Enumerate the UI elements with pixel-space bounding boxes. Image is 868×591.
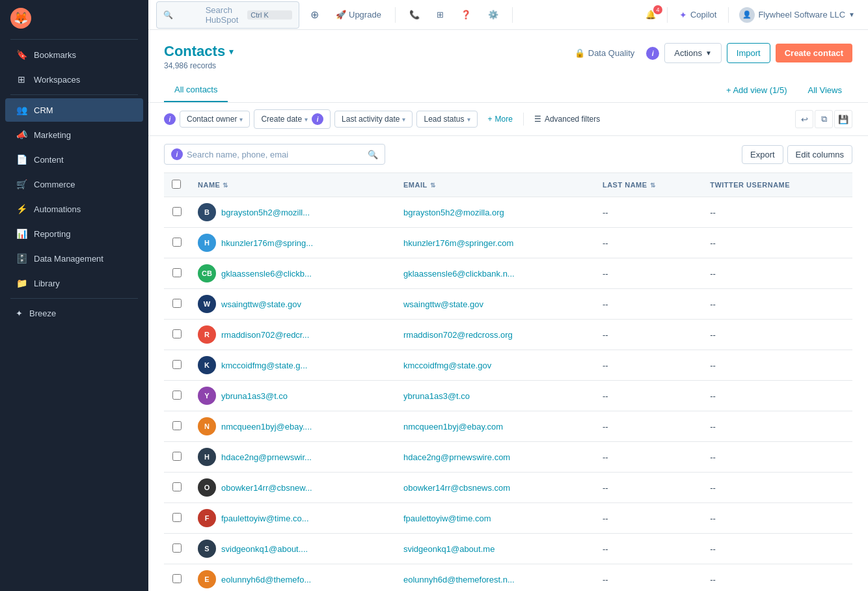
- contact-email-link[interactable]: svidgeonkq1@about.me: [403, 544, 495, 554]
- settings-button[interactable]: ⚙️: [482, 6, 504, 23]
- data-quality-button[interactable]: 🔒 Data Quality: [568, 44, 642, 62]
- contact-name-link[interactable]: eolunnyh6d@themefo...: [221, 575, 311, 584]
- add-button[interactable]: ⊕: [305, 5, 325, 25]
- twitter-column-header[interactable]: TWITTER USERNAME: [702, 173, 852, 197]
- contact-email-link[interactable]: hkunzler176m@springer.com: [403, 238, 513, 248]
- sidebar-item-library[interactable]: 📁 Library: [5, 271, 143, 295]
- all-views-button[interactable]: All Views: [797, 79, 852, 102]
- sidebar-item-workspaces[interactable]: ⊞ Workspaces: [5, 68, 143, 91]
- lead-status-filter[interactable]: Lead status ▾: [416, 111, 477, 128]
- contact-name-link[interactable]: obowker14rr@cbsnew...: [221, 483, 312, 493]
- user-menu-button[interactable]: 👤 Flywheel Software LLC ▼: [734, 4, 860, 26]
- actions-button[interactable]: Actions ▼: [664, 43, 722, 63]
- contact-owner-filter[interactable]: Contact owner ▾: [180, 111, 250, 128]
- contact-email-cell: hdace2ng@prnewswire.com: [396, 442, 595, 473]
- topnav-divider-4: [728, 7, 729, 23]
- contact-name-link[interactable]: bgrayston5h2@mozill...: [221, 208, 310, 217]
- contact-email-link[interactable]: bgrayston5h2@mozilla.org: [403, 208, 504, 217]
- contact-name-link[interactable]: kmccoidfmg@state.g...: [221, 361, 307, 370]
- export-button[interactable]: Export: [742, 145, 783, 164]
- table-row: Yybruna1as3@t.coybruna1as3@t.co----: [164, 381, 852, 411]
- undo-button[interactable]: ↩: [795, 110, 813, 128]
- row-checkbox[interactable]: [172, 360, 182, 369]
- search-contacts-field[interactable]: i 🔍: [164, 144, 385, 165]
- name-column-header[interactable]: NAME ⇅: [190, 173, 396, 197]
- email-column-header[interactable]: EMAIL ⇅: [396, 173, 595, 197]
- row-checkbox[interactable]: [172, 574, 182, 583]
- contact-name-cell: Wwsaingttw@state.gov: [190, 289, 396, 320]
- row-checkbox[interactable]: [172, 238, 182, 247]
- create-date-filter[interactable]: Create date ▾ i: [254, 109, 331, 129]
- sidebar-item-crm[interactable]: 👥 CRM: [5, 98, 143, 122]
- contact-email-link[interactable]: obowker14rr@cbsnews.com: [403, 483, 510, 493]
- notifications-button[interactable]: 🔔 4: [640, 6, 662, 23]
- add-view-button[interactable]: + Add view (1/5): [716, 79, 798, 102]
- row-checkbox[interactable]: [172, 543, 182, 553]
- phone-button[interactable]: 📞: [403, 6, 426, 23]
- contact-email-link[interactable]: wsaingttw@state.gov: [403, 299, 483, 309]
- copy-button[interactable]: ⧉: [815, 110, 833, 128]
- row-checkbox[interactable]: [172, 207, 182, 216]
- search-bar[interactable]: 🔍 Search HubSpot Ctrl K: [156, 1, 299, 29]
- sidebar-item-reporting[interactable]: 📊 Reporting: [5, 222, 143, 245]
- tab-all-contacts-label: All contacts: [174, 85, 217, 94]
- contact-email-link[interactable]: hdace2ng@prnewswire.com: [403, 452, 510, 462]
- sidebar-item-commerce[interactable]: 🛒 Commerce: [5, 172, 143, 196]
- upgrade-button[interactable]: 🚀 Upgrade: [330, 6, 387, 23]
- row-checkbox[interactable]: [172, 268, 182, 277]
- tab-all-contacts[interactable]: All contacts: [164, 78, 228, 102]
- copilot-button[interactable]: ✦ Copilot: [673, 7, 723, 23]
- row-checkbox[interactable]: [172, 482, 182, 491]
- contact-name-link[interactable]: nmcqueen1byj@ebay....: [221, 422, 312, 432]
- sidebar-item-breeze[interactable]: ✦ Breeze: [5, 302, 143, 325]
- sidebar-item-automations[interactable]: ⚡ Automations: [5, 197, 143, 221]
- dashboard-button[interactable]: ⊞: [431, 6, 450, 23]
- row-checkbox[interactable]: [172, 452, 182, 461]
- last-activity-filter[interactable]: Last activity date ▾: [334, 111, 413, 128]
- lastname-column-header[interactable]: LAST NAME ⇅: [595, 173, 702, 197]
- contact-name-link[interactable]: svidgeonkq1@about....: [221, 544, 308, 554]
- sidebar-item-marketing[interactable]: 📣 Marketing: [5, 123, 143, 146]
- table-toolbar: i 🔍 Export Edit columns: [164, 136, 852, 172]
- sidebar-item-bookmarks[interactable]: 🔖 Bookmarks: [5, 43, 143, 66]
- contact-email-link[interactable]: ybruna1as3@t.co: [403, 391, 470, 401]
- contact-email-cell: ybruna1as3@t.co: [396, 381, 595, 411]
- help-button[interactable]: ❓: [455, 6, 477, 23]
- name-sort-icon: ⇅: [223, 182, 228, 189]
- row-checkbox[interactable]: [172, 299, 182, 308]
- row-checkbox[interactable]: [172, 391, 182, 400]
- search-submit-icon[interactable]: 🔍: [368, 150, 378, 159]
- contact-email-link[interactable]: eolunnyh6d@themeforest.n...: [403, 575, 515, 584]
- contact-email-link[interactable]: fpaulettoyiw@time.com: [403, 514, 491, 523]
- contact-name-link[interactable]: hdace2ng@prnewswir...: [221, 452, 312, 462]
- contact-name-link[interactable]: gklaassensle6@clickb...: [221, 269, 312, 279]
- advanced-filters-button[interactable]: ☰ Advanced filters: [528, 111, 606, 127]
- sidebar-item-label: Marketing: [34, 130, 71, 140]
- contact-twitter-cell: --: [702, 503, 852, 534]
- row-checkbox[interactable]: [172, 329, 182, 338]
- select-all-checkbox[interactable]: [172, 180, 181, 189]
- contact-name-link[interactable]: wsaingttw@state.gov: [221, 299, 301, 309]
- contact-email-link[interactable]: kmccoidfmg@state.gov: [403, 361, 491, 370]
- contact-twitter-cell: --: [702, 228, 852, 258]
- sidebar-item-data-management[interactable]: 🗄️ Data Management: [5, 247, 143, 270]
- contact-name-cell: Kkmccoidfmg@state.g...: [190, 350, 396, 381]
- lock-icon: 🔒: [575, 48, 585, 58]
- row-checkbox[interactable]: [172, 421, 182, 430]
- import-button[interactable]: Import: [727, 43, 770, 63]
- contact-name-link[interactable]: hkunzler176m@spring...: [221, 238, 313, 248]
- contact-name-link[interactable]: ybruna1as3@t.co: [221, 391, 288, 401]
- contact-name-link[interactable]: fpaulettoyiw@time.co...: [221, 514, 309, 523]
- contact-email-link[interactable]: nmcqueen1byj@ebay.com: [403, 422, 503, 432]
- more-filters-button[interactable]: + More: [481, 111, 519, 127]
- save-button[interactable]: 💾: [834, 110, 852, 128]
- create-contact-button[interactable]: Create contact: [776, 44, 852, 62]
- sidebar-item-content[interactable]: 📄 Content: [5, 148, 143, 171]
- search-input[interactable]: [187, 150, 364, 159]
- edit-columns-button[interactable]: Edit columns: [787, 145, 852, 164]
- contact-name-link[interactable]: rmaddison702@redcr...: [221, 330, 309, 340]
- contact-email-link[interactable]: rmaddison702@redcross.org: [403, 330, 513, 340]
- contact-email-link[interactable]: gklaassensle6@clickbank.n...: [403, 269, 515, 279]
- row-checkbox[interactable]: [172, 513, 182, 522]
- title-dropdown-icon[interactable]: ▾: [229, 46, 234, 57]
